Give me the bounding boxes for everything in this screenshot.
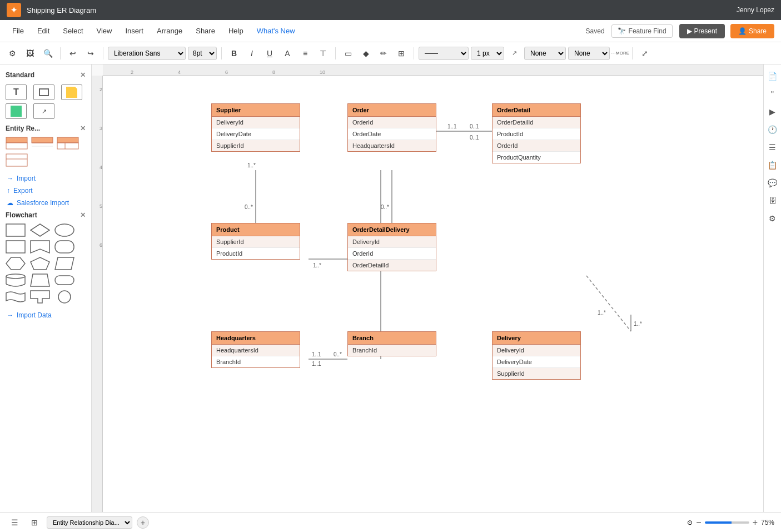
size-select[interactable]: 8pt <box>188 47 217 60</box>
align-btn[interactable]: ≡ <box>297 46 313 61</box>
right-doc-btn[interactable]: 📋 <box>765 158 780 172</box>
fc-cyl[interactable] <box>6 274 26 287</box>
undo-btn[interactable]: ↩ <box>65 46 81 61</box>
text-shape[interactable]: T <box>6 84 27 100</box>
line-btn[interactable]: ✏ <box>376 46 391 61</box>
text-format-btn[interactable]: ⊤ <box>315 46 331 61</box>
shape-btn[interactable]: ▭ <box>340 46 356 61</box>
erd-shape2[interactable] <box>31 137 53 150</box>
fc-para[interactable] <box>54 257 74 270</box>
erd-shape1[interactable] <box>6 137 28 150</box>
fill-btn[interactable]: ◆ <box>358 46 374 61</box>
entity-close-btn[interactable]: ✕ <box>80 125 86 132</box>
delivery-field-1: DeliveryId <box>493 345 580 356</box>
search-btn[interactable]: 🔍 <box>40 46 56 61</box>
arrow-shape[interactable]: ↗ <box>33 103 54 119</box>
fc-circle[interactable] <box>54 290 74 304</box>
right-quote-btn[interactable]: " <box>765 87 780 101</box>
svg-marker-22 <box>31 274 49 286</box>
fc-wave[interactable] <box>6 290 26 304</box>
zoom-out-btn[interactable]: − <box>696 518 701 528</box>
zoom-slider[interactable] <box>705 521 749 524</box>
flowchart-close-btn[interactable]: ✕ <box>80 211 86 219</box>
italic-btn[interactable]: I <box>244 46 260 61</box>
fc-diamond[interactable] <box>30 223 50 237</box>
menu-whats-new[interactable]: What's New <box>251 24 301 37</box>
rect-shape[interactable] <box>33 84 54 100</box>
orderdetail-field-2: ProductId <box>493 128 580 140</box>
right-media-btn[interactable]: ▶ <box>765 105 780 119</box>
product-header: Product <box>212 223 300 236</box>
entity-headquarters[interactable]: Headquarters HeadquartersId BranchId <box>211 331 300 368</box>
salesforce-btn[interactable]: ☁ Salesforce Import <box>0 197 91 209</box>
zoom-in-btn[interactable]: + <box>753 518 758 528</box>
none2-select[interactable]: None <box>568 47 610 60</box>
add-tab-btn[interactable]: + <box>137 516 149 529</box>
right-db-btn[interactable]: 🗄 <box>765 193 780 208</box>
fc-rounded2[interactable] <box>54 274 74 287</box>
import-btn[interactable]: → Import <box>0 172 91 185</box>
tab-select[interactable]: Entity Relationship Dia... <box>47 516 132 529</box>
redo-btn[interactable]: ↪ <box>83 46 98 61</box>
entity-delivery[interactable]: Delivery DeliveryId DeliveryDate Supplie… <box>492 331 581 380</box>
export-btn[interactable]: ↑ Export <box>0 185 91 197</box>
green-shape[interactable] <box>6 103 27 119</box>
entity-branch[interactable]: Branch BranchId <box>347 331 436 356</box>
list-view-btn[interactable]: ☰ <box>7 515 22 530</box>
fc-trap[interactable] <box>30 274 50 287</box>
font-select[interactable]: Liberation Sans <box>108 47 186 60</box>
entity-supplier[interactable]: Supplier DeliveryId DeliveryDate Supplie… <box>211 103 300 152</box>
erd-shape4[interactable] <box>6 153 28 167</box>
canvas-area[interactable]: 2 4 6 8 10 2 3 4 5 6 0..* 1..* <box>92 64 763 512</box>
svg-marker-18 <box>55 257 74 270</box>
menu-file[interactable]: File <box>7 24 29 37</box>
right-layers-btn[interactable]: ☰ <box>765 140 780 155</box>
connector-btn[interactable]: ↗ <box>506 46 522 61</box>
feature-find-btn[interactable]: 🔭 Feature Find <box>611 24 673 38</box>
fc-rounded[interactable] <box>54 240 74 253</box>
fc-penta[interactable] <box>30 257 50 270</box>
font-color-btn[interactable]: A <box>280 46 295 61</box>
image-btn[interactable]: 🖼 <box>22 46 38 61</box>
menu-arrange[interactable]: Arrange <box>151 24 188 37</box>
import-data-btn[interactable]: → Import Data <box>0 309 91 321</box>
extra-btn[interactable]: ⊞ <box>394 46 409 61</box>
fc-oval[interactable] <box>54 223 74 237</box>
supplier-field-1: DeliveryId <box>212 117 300 128</box>
menu-insert[interactable]: Insert <box>120 24 149 37</box>
px-select[interactable]: 1 px <box>471 47 504 60</box>
fc-rect2[interactable] <box>6 240 26 253</box>
underline-btn[interactable]: U <box>262 46 277 61</box>
share-button[interactable]: 👤 Share <box>730 24 774 38</box>
bold-btn[interactable]: B <box>226 46 242 61</box>
fullscreen-btn[interactable]: ⤢ <box>637 46 653 61</box>
menu-share[interactable]: Share <box>190 24 221 37</box>
entity-order[interactable]: Order OrderId OrderDate HeadquartersId <box>347 103 436 152</box>
right-clock-btn[interactable]: 🕐 <box>765 122 780 137</box>
fc-hex[interactable] <box>6 257 26 270</box>
grid-view-btn[interactable]: ⊞ <box>27 515 42 530</box>
line-style-select[interactable]: —— <box>419 47 469 60</box>
more-btn[interactable]: ⋯MORE <box>612 46 628 61</box>
erd-shape3[interactable] <box>57 137 79 150</box>
entity-orderdetaildelivery[interactable]: OrderDetailDelivery DeliveryId OrderId O… <box>347 223 436 271</box>
note-shape[interactable] <box>61 84 82 100</box>
fc-arrow-down[interactable] <box>30 290 50 304</box>
entity-product[interactable]: Product SupplierId ProductId <box>211 223 300 260</box>
canvas[interactable]: 0..* 1..* 1..1 0..1 0..1 0..* 1..* 1.. <box>103 76 763 512</box>
present-button[interactable]: ▶ Present <box>679 24 725 38</box>
svg-text:1..1: 1..1 <box>447 123 457 130</box>
menu-select[interactable]: Select <box>57 24 88 37</box>
right-page-btn[interactable]: 📄 <box>765 69 780 83</box>
fc-bookmark[interactable] <box>30 240 50 253</box>
none1-select[interactable]: None <box>524 47 566 60</box>
right-settings-btn[interactable]: ⚙ <box>765 211 780 226</box>
standard-close-btn[interactable]: ✕ <box>80 71 86 79</box>
right-chat-btn[interactable]: 💬 <box>765 176 780 190</box>
menu-view[interactable]: View <box>91 24 118 37</box>
entity-orderdetail[interactable]: OrderDetail OrderDetailId ProductId Orde… <box>492 103 581 163</box>
menu-edit[interactable]: Edit <box>32 24 55 37</box>
plugins-btn[interactable]: ⚙ <box>4 46 20 61</box>
fc-rect[interactable] <box>6 223 26 237</box>
menu-help[interactable]: Help <box>223 24 249 37</box>
